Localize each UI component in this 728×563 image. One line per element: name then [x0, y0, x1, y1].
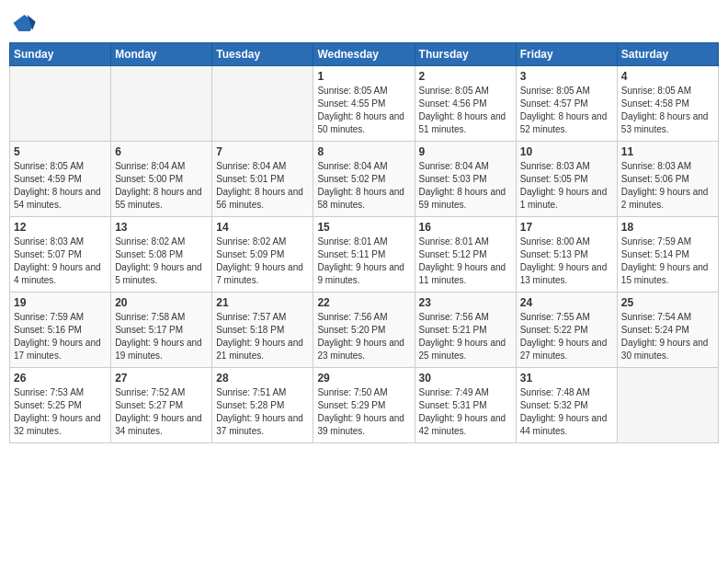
calendar-cell: 5Sunrise: 8:05 AM Sunset: 4:59 PM Daylig…	[10, 142, 111, 217]
day-number: 9	[419, 145, 512, 158]
day-info: Sunrise: 7:58 AM Sunset: 5:17 PM Dayligh…	[115, 311, 208, 362]
day-number: 11	[621, 145, 714, 158]
day-info: Sunrise: 7:56 AM Sunset: 5:20 PM Dayligh…	[317, 311, 410, 362]
calendar-cell: 2Sunrise: 8:05 AM Sunset: 4:56 PM Daylig…	[415, 66, 516, 142]
calendar-cell: 21Sunrise: 7:57 AM Sunset: 5:18 PM Dayli…	[212, 293, 313, 368]
day-header-saturday: Saturday	[617, 43, 718, 66]
day-number: 10	[520, 145, 613, 158]
calendar-cell: 13Sunrise: 8:02 AM Sunset: 5:08 PM Dayli…	[111, 217, 212, 293]
calendar-cell: 27Sunrise: 7:52 AM Sunset: 5:27 PM Dayli…	[111, 368, 212, 443]
calendar-cell: 15Sunrise: 8:01 AM Sunset: 5:11 PM Dayli…	[313, 217, 415, 293]
day-info: Sunrise: 8:00 AM Sunset: 5:13 PM Dayligh…	[520, 236, 613, 287]
calendar-cell	[212, 66, 313, 142]
day-number: 6	[115, 145, 208, 158]
day-info: Sunrise: 8:01 AM Sunset: 5:12 PM Dayligh…	[419, 236, 512, 287]
day-info: Sunrise: 8:01 AM Sunset: 5:11 PM Dayligh…	[317, 236, 410, 287]
calendar-cell	[617, 368, 718, 443]
day-number: 25	[621, 296, 714, 309]
day-info: Sunrise: 7:57 AM Sunset: 5:18 PM Dayligh…	[216, 311, 309, 362]
day-number: 26	[14, 372, 107, 385]
week-row-5: 26Sunrise: 7:53 AM Sunset: 5:25 PM Dayli…	[10, 368, 719, 443]
calendar-cell: 31Sunrise: 7:48 AM Sunset: 5:32 PM Dayli…	[516, 368, 617, 443]
day-info: Sunrise: 7:49 AM Sunset: 5:31 PM Dayligh…	[419, 386, 512, 438]
calendar-cell: 20Sunrise: 7:58 AM Sunset: 5:17 PM Dayli…	[111, 293, 212, 368]
calendar-cell: 19Sunrise: 7:59 AM Sunset: 5:16 PM Dayli…	[10, 293, 111, 368]
day-info: Sunrise: 7:56 AM Sunset: 5:21 PM Dayligh…	[419, 311, 512, 362]
day-header-monday: Monday	[111, 43, 212, 66]
calendar-cell: 9Sunrise: 8:04 AM Sunset: 5:03 PM Daylig…	[415, 142, 516, 217]
day-number: 31	[520, 372, 613, 385]
page-header	[9, 9, 719, 37]
day-info: Sunrise: 7:52 AM Sunset: 5:27 PM Dayligh…	[115, 386, 208, 438]
day-info: Sunrise: 8:04 AM Sunset: 5:03 PM Dayligh…	[419, 160, 512, 212]
calendar-cell	[111, 66, 212, 142]
calendar-cell: 17Sunrise: 8:00 AM Sunset: 5:13 PM Dayli…	[516, 217, 617, 293]
calendar-cell: 26Sunrise: 7:53 AM Sunset: 5:25 PM Dayli…	[10, 368, 111, 443]
day-number: 1	[317, 70, 410, 83]
day-number: 20	[115, 296, 208, 309]
day-number: 15	[317, 221, 410, 234]
day-number: 19	[14, 296, 107, 309]
day-info: Sunrise: 7:50 AM Sunset: 5:29 PM Dayligh…	[317, 386, 410, 438]
day-info: Sunrise: 8:05 AM Sunset: 4:56 PM Dayligh…	[419, 85, 512, 136]
calendar-cell: 29Sunrise: 7:50 AM Sunset: 5:29 PM Dayli…	[313, 368, 415, 443]
day-info: Sunrise: 8:05 AM Sunset: 4:55 PM Dayligh…	[317, 85, 410, 136]
calendar-cell: 6Sunrise: 8:04 AM Sunset: 5:00 PM Daylig…	[111, 142, 212, 217]
day-number: 30	[419, 372, 512, 385]
day-info: Sunrise: 7:54 AM Sunset: 5:24 PM Dayligh…	[621, 311, 714, 362]
logo	[9, 9, 40, 37]
calendar-cell: 23Sunrise: 7:56 AM Sunset: 5:21 PM Dayli…	[415, 293, 516, 368]
calendar-cell: 28Sunrise: 7:51 AM Sunset: 5:28 PM Dayli…	[212, 368, 313, 443]
day-header-thursday: Thursday	[415, 43, 516, 66]
day-header-friday: Friday	[516, 43, 617, 66]
day-header-tuesday: Tuesday	[212, 43, 313, 66]
day-number: 27	[115, 372, 208, 385]
calendar-cell: 11Sunrise: 8:03 AM Sunset: 5:06 PM Dayli…	[617, 142, 718, 217]
calendar-cell: 22Sunrise: 7:56 AM Sunset: 5:20 PM Dayli…	[313, 293, 415, 368]
calendar-cell: 30Sunrise: 7:49 AM Sunset: 5:31 PM Dayli…	[415, 368, 516, 443]
day-number: 22	[317, 296, 410, 309]
day-number: 3	[520, 70, 613, 83]
week-row-2: 5Sunrise: 8:05 AM Sunset: 4:59 PM Daylig…	[10, 142, 719, 217]
week-row-4: 19Sunrise: 7:59 AM Sunset: 5:16 PM Dayli…	[10, 293, 719, 368]
day-number: 28	[216, 372, 309, 385]
calendar-cell: 7Sunrise: 8:04 AM Sunset: 5:01 PM Daylig…	[212, 142, 313, 217]
calendar-table: SundayMondayTuesdayWednesdayThursdayFrid…	[9, 42, 719, 443]
calendar-cell: 4Sunrise: 8:05 AM Sunset: 4:58 PM Daylig…	[617, 66, 718, 142]
day-info: Sunrise: 7:59 AM Sunset: 5:14 PM Dayligh…	[621, 236, 714, 287]
days-header-row: SundayMondayTuesdayWednesdayThursdayFrid…	[10, 43, 719, 66]
day-number: 2	[419, 70, 512, 83]
day-number: 24	[520, 296, 613, 309]
day-info: Sunrise: 7:55 AM Sunset: 5:22 PM Dayligh…	[520, 311, 613, 362]
week-row-1: 1Sunrise: 8:05 AM Sunset: 4:55 PM Daylig…	[10, 66, 719, 142]
calendar-cell: 8Sunrise: 8:04 AM Sunset: 5:02 PM Daylig…	[313, 142, 415, 217]
day-number: 18	[621, 221, 714, 234]
day-number: 29	[317, 372, 410, 385]
day-header-sunday: Sunday	[10, 43, 111, 66]
day-info: Sunrise: 7:53 AM Sunset: 5:25 PM Dayligh…	[14, 386, 107, 438]
day-info: Sunrise: 8:05 AM Sunset: 4:58 PM Dayligh…	[621, 85, 714, 136]
day-info: Sunrise: 8:03 AM Sunset: 5:05 PM Dayligh…	[520, 160, 613, 212]
day-number: 17	[520, 221, 613, 234]
logo-icon	[9, 9, 37, 37]
day-info: Sunrise: 8:02 AM Sunset: 5:08 PM Dayligh…	[115, 236, 208, 287]
day-info: Sunrise: 8:04 AM Sunset: 5:00 PM Dayligh…	[115, 160, 208, 212]
day-number: 4	[621, 70, 714, 83]
day-info: Sunrise: 7:59 AM Sunset: 5:16 PM Dayligh…	[14, 311, 107, 362]
day-info: Sunrise: 7:51 AM Sunset: 5:28 PM Dayligh…	[216, 386, 309, 438]
day-info: Sunrise: 8:02 AM Sunset: 5:09 PM Dayligh…	[216, 236, 309, 287]
day-number: 8	[317, 145, 410, 158]
day-info: Sunrise: 8:04 AM Sunset: 5:01 PM Dayligh…	[216, 160, 309, 212]
day-info: Sunrise: 8:03 AM Sunset: 5:07 PM Dayligh…	[14, 236, 107, 287]
calendar-cell: 10Sunrise: 8:03 AM Sunset: 5:05 PM Dayli…	[516, 142, 617, 217]
calendar-cell: 24Sunrise: 7:55 AM Sunset: 5:22 PM Dayli…	[516, 293, 617, 368]
calendar-cell: 18Sunrise: 7:59 AM Sunset: 5:14 PM Dayli…	[617, 217, 718, 293]
calendar-cell	[10, 66, 111, 142]
day-header-wednesday: Wednesday	[313, 43, 415, 66]
day-info: Sunrise: 7:48 AM Sunset: 5:32 PM Dayligh…	[520, 386, 613, 438]
day-number: 16	[419, 221, 512, 234]
day-info: Sunrise: 8:03 AM Sunset: 5:06 PM Dayligh…	[621, 160, 714, 212]
calendar-cell: 14Sunrise: 8:02 AM Sunset: 5:09 PM Dayli…	[212, 217, 313, 293]
day-number: 5	[14, 145, 107, 158]
day-number: 7	[216, 145, 309, 158]
